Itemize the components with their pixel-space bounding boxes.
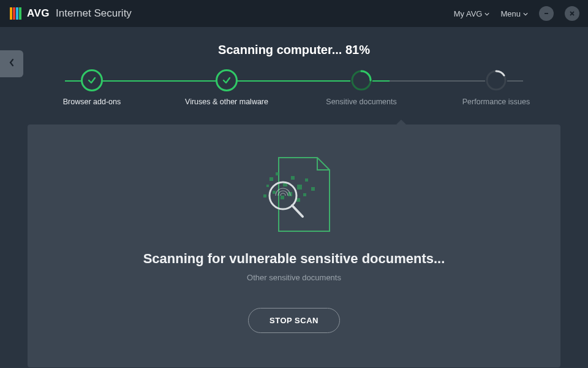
svg-rect-20	[263, 194, 266, 197]
scan-percent: 81%	[345, 43, 370, 56]
chevron-left-icon	[9, 58, 15, 69]
minimize-button[interactable]	[539, 6, 554, 21]
svg-rect-1	[13, 7, 15, 20]
step-viruses-malware[interactable]: Viruses & other malware	[178, 69, 276, 106]
svg-rect-19	[266, 185, 269, 187]
step-label: Browser add-ons	[63, 98, 121, 106]
step-performance-issues[interactable]: Performance issues	[447, 69, 545, 106]
step-sensitive-documents[interactable]: Sensitive documents	[312, 69, 410, 106]
sensitive-document-scan-icon	[239, 147, 349, 239]
svg-rect-2	[16, 7, 18, 20]
svg-rect-10	[291, 176, 295, 180]
product-name: Internet Security	[56, 7, 132, 20]
step-status-icon	[350, 69, 372, 91]
scan-detail-panel: Scanning for vulnerable sensitive docume…	[28, 125, 560, 367]
svg-rect-18	[311, 187, 315, 191]
svg-rect-0	[10, 7, 12, 20]
svg-rect-7	[270, 177, 273, 181]
main-menu[interactable]: Menu	[500, 9, 528, 18]
close-button[interactable]	[565, 6, 579, 21]
svg-rect-17	[303, 193, 306, 196]
svg-rect-12	[305, 178, 308, 182]
step-browser-addons[interactable]: Browser add-ons	[43, 69, 141, 106]
step-label: Performance issues	[462, 98, 530, 106]
step-label: Sensitive documents	[326, 98, 396, 106]
scan-progress-title: Scanning computer... 81%	[0, 43, 588, 57]
chevron-down-icon	[484, 9, 489, 18]
step-status-icon	[216, 69, 238, 91]
stop-scan-button[interactable]: STOP SCAN	[248, 308, 340, 333]
back-button[interactable]	[0, 50, 23, 77]
svg-rect-14	[281, 196, 284, 199]
step-label: Viruses & other malware	[185, 98, 268, 106]
scan-stepper: Browser add-ons Viruses & other malware …	[43, 69, 545, 118]
menu-label: Menu	[500, 9, 521, 18]
step-status-icon	[485, 69, 507, 91]
my-avg-label: My AVG	[454, 9, 483, 18]
svg-rect-13	[273, 191, 276, 194]
svg-rect-8	[276, 172, 279, 175]
scan-title-text: Scanning computer...	[218, 43, 345, 56]
brand-name: AVG	[27, 7, 50, 20]
step-status-icon	[81, 69, 103, 91]
scan-heading: Scanning for vulnerable sensitive docume…	[143, 251, 445, 267]
header-right: My AVG Menu	[454, 6, 579, 21]
chevron-down-icon	[523, 9, 528, 18]
scan-subtext: Other sensitive documents	[247, 273, 341, 282]
title-bar: AVG Internet Security My AVG Menu	[0, 0, 588, 27]
my-avg-menu[interactable]: My AVG	[454, 9, 490, 18]
avg-logo-icon	[9, 6, 23, 21]
svg-rect-3	[19, 7, 21, 20]
logo: AVG Internet Security	[9, 6, 132, 21]
svg-line-22	[292, 205, 303, 217]
svg-rect-11	[297, 185, 302, 190]
